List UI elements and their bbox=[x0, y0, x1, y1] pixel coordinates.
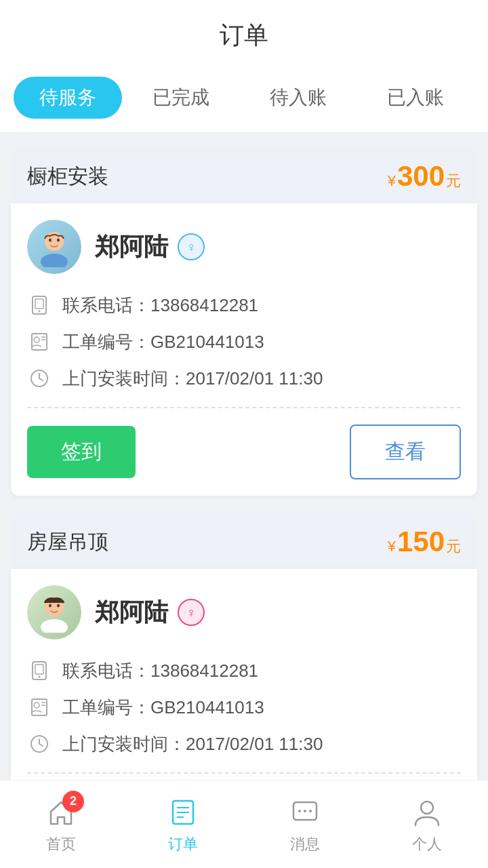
user-name-1: 郑阿陆 bbox=[95, 231, 168, 264]
time-icon-1 bbox=[27, 366, 52, 391]
orders-icon bbox=[165, 795, 201, 830]
view-button-1[interactable]: 查看 bbox=[350, 425, 461, 479]
workorder-icon-1 bbox=[27, 330, 52, 354]
avatar-2 bbox=[27, 585, 81, 639]
nav-item-profile[interactable]: 个人 bbox=[409, 795, 445, 854]
page-header: 订单 bbox=[0, 0, 488, 66]
order-time-row-2: 上门安装时间：2017/02/01 11:30 bbox=[27, 732, 461, 756]
svg-rect-23 bbox=[32, 699, 47, 715]
order-card-1: 郑阿陆 ♀ 联系电话：13868412281 bbox=[11, 203, 477, 496]
nav-item-messages[interactable]: 消息 bbox=[287, 795, 323, 854]
workorder-icon-2 bbox=[27, 695, 52, 719]
user-name-2: 郑阿陆 bbox=[95, 596, 168, 629]
svg-point-7 bbox=[39, 311, 41, 313]
svg-rect-21 bbox=[35, 665, 43, 674]
order-title-2: 房屋吊顶 bbox=[27, 528, 108, 556]
tab-bar: 待服务 已完成 待入账 已入账 bbox=[0, 66, 488, 133]
tab-accounted[interactable]: 已入账 bbox=[357, 78, 474, 117]
svg-point-37 bbox=[309, 810, 312, 812]
svg-rect-6 bbox=[35, 299, 43, 309]
svg-point-24 bbox=[34, 703, 39, 708]
tab-pending-account[interactable]: 待入账 bbox=[239, 78, 357, 117]
bottom-navigation: 2 首页 订单 消息 bbox=[0, 780, 488, 868]
phone-icon-1 bbox=[27, 293, 52, 317]
order-header-1: 橱柜安装 ¥300元 bbox=[11, 146, 477, 203]
svg-point-18 bbox=[49, 604, 52, 608]
order-phone-row-2: 联系电话：13868412281 bbox=[27, 658, 461, 683]
order-user-row-1: 郑阿陆 ♀ bbox=[27, 220, 461, 274]
time-text-2: 上门安装时间：2017/02/01 11:30 bbox=[62, 732, 323, 756]
svg-point-1 bbox=[41, 254, 68, 267]
svg-point-22 bbox=[39, 676, 41, 678]
workorder-text-2: 工单编号：GB210441013 bbox=[62, 696, 264, 719]
tab-completed[interactable]: 已完成 bbox=[122, 78, 239, 117]
profile-label: 个人 bbox=[412, 834, 442, 854]
nav-item-orders[interactable]: 订单 bbox=[165, 795, 201, 854]
nav-item-home[interactable]: 2 首页 bbox=[43, 795, 79, 854]
profile-icon bbox=[409, 795, 445, 830]
order-user-row-2: 郑阿陆 ♀ bbox=[27, 585, 461, 639]
time-icon-2 bbox=[27, 732, 52, 756]
time-text-1: 上门安装时间：2017/02/01 11:30 bbox=[62, 367, 323, 391]
order-header-2: 房屋吊顶 ¥150元 bbox=[11, 512, 477, 569]
svg-point-19 bbox=[57, 604, 60, 608]
phone-icon-2 bbox=[27, 658, 52, 683]
gender-badge-2: ♀ bbox=[178, 599, 205, 626]
order-time-row-1: 上门安装时间：2017/02/01 11:30 bbox=[27, 366, 461, 391]
workorder-text-1: 工单编号：GB210441013 bbox=[62, 330, 264, 354]
orders-label: 订单 bbox=[168, 834, 198, 854]
tab-pending[interactable]: 待服务 bbox=[14, 77, 122, 119]
svg-point-16 bbox=[41, 619, 68, 633]
page-title: 订单 bbox=[220, 21, 268, 49]
svg-point-38 bbox=[421, 802, 433, 814]
home-label: 首页 bbox=[46, 834, 76, 854]
divider-2 bbox=[27, 772, 461, 774]
svg-line-29 bbox=[39, 744, 43, 746]
svg-point-4 bbox=[57, 239, 60, 242]
messages-label: 消息 bbox=[290, 834, 320, 854]
messages-icon bbox=[287, 795, 323, 830]
phone-text-1: 联系电话：13868412281 bbox=[62, 294, 258, 317]
divider-1 bbox=[27, 407, 461, 408]
svg-point-9 bbox=[34, 337, 39, 342]
order-list: 橱柜安装 ¥300元 bbox=[0, 133, 488, 868]
order-workorder-row-1: 工单编号：GB210441013 bbox=[27, 330, 461, 354]
svg-line-14 bbox=[39, 378, 43, 380]
svg-point-35 bbox=[298, 810, 301, 812]
sign-in-button-1[interactable]: 签到 bbox=[27, 426, 136, 478]
order-section-1: 橱柜安装 ¥300元 bbox=[11, 146, 477, 496]
gender-badge-1: ♀ bbox=[178, 233, 205, 260]
svg-rect-8 bbox=[32, 334, 47, 350]
home-icon: 2 bbox=[43, 795, 79, 830]
avatar-1 bbox=[27, 220, 81, 274]
order-actions-1: 签到 查看 bbox=[27, 425, 461, 479]
home-badge: 2 bbox=[62, 791, 84, 812]
order-title-1: 橱柜安装 bbox=[27, 163, 108, 191]
svg-point-36 bbox=[304, 810, 306, 812]
phone-text-2: 联系电话：13868412281 bbox=[62, 659, 258, 683]
svg-point-3 bbox=[49, 239, 52, 242]
order-phone-row-1: 联系电话：13868412281 bbox=[27, 293, 461, 317]
order-price-1: ¥300元 bbox=[388, 160, 461, 193]
order-workorder-row-2: 工单编号：GB210441013 bbox=[27, 695, 461, 719]
order-price-2: ¥150元 bbox=[388, 526, 461, 558]
